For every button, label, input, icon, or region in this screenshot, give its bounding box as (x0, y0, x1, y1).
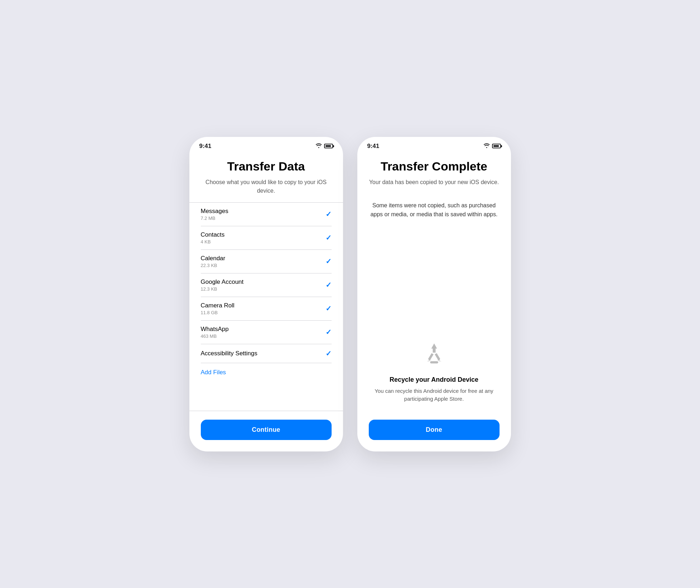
screen-1-title: Transfer Data (201, 160, 332, 173)
data-list: Messages7.2 MB✓Contacts4 KB✓Calendar22.3… (201, 203, 332, 405)
list-item[interactable]: WhatsApp463 MB✓ (201, 321, 332, 344)
item-size: 7.2 MB (201, 216, 228, 221)
screen-2-title: Transfer Complete (369, 160, 500, 173)
status-bar-1: 9:41 (189, 137, 343, 153)
screen-2-extra: Some items were not copied, such as purc… (369, 201, 500, 219)
divider-bottom (189, 411, 343, 411)
wifi-icon-2 (483, 143, 490, 149)
status-bar-2: 9:41 (357, 137, 511, 153)
status-time-2: 9:41 (367, 143, 379, 150)
item-name: Accessibility Settings (201, 350, 258, 357)
list-item[interactable]: Accessibility Settings✓ (201, 344, 332, 363)
status-icons-1 (316, 143, 333, 149)
item-size: 12.3 KB (201, 286, 244, 292)
status-time-1: 9:41 (199, 143, 212, 150)
screen-1-subtitle: Choose what you would like to copy to yo… (201, 178, 332, 195)
check-icon: ✓ (326, 257, 332, 266)
add-files-button[interactable]: Add Files (201, 363, 226, 379)
list-item[interactable]: Messages7.2 MB✓ (201, 203, 332, 226)
phone-screen-2: 9:41 Transfer Complete Your data has bee… (357, 137, 511, 451)
battery-icon-1 (324, 144, 333, 148)
list-item[interactable]: Google Account12.3 KB✓ (201, 273, 332, 297)
wifi-icon-1 (316, 143, 322, 149)
list-item[interactable]: Contacts4 KB✓ (201, 226, 332, 250)
battery-icon-2 (492, 144, 501, 148)
screen-2-subtitle: Your data has been copied to your new iO… (369, 178, 500, 187)
item-size: 463 MB (201, 333, 229, 339)
list-item[interactable]: Camera Roll11.8 GB✓ (201, 297, 332, 321)
recycle-icon-wrapper (420, 342, 448, 370)
bottom-section: Continue (201, 405, 332, 440)
status-icons-2 (483, 143, 501, 149)
check-icon: ✓ (326, 210, 332, 218)
phone-screen-1: 9:41 Transfer Data Choose what you would… (189, 137, 343, 451)
recycle-section: Recycle your Android Device You can recy… (369, 342, 500, 403)
check-icon: ✓ (326, 328, 332, 336)
check-icon: ✓ (326, 349, 332, 358)
recycle-title: Recycle your Android Device (389, 376, 478, 384)
item-size: 4 KB (201, 239, 225, 244)
item-name: WhatsApp (201, 326, 229, 333)
item-name: Calendar (201, 255, 225, 262)
continue-button[interactable]: Continue (201, 420, 332, 440)
item-size: 11.8 GB (201, 310, 234, 315)
item-name: Camera Roll (201, 302, 234, 309)
check-icon: ✓ (326, 281, 332, 289)
screen-2-body: Transfer Complete Your data has been cop… (369, 160, 500, 414)
check-icon: ✓ (326, 304, 332, 313)
check-icon: ✓ (326, 233, 332, 242)
screens-container: 9:41 Transfer Data Choose what you would… (189, 137, 511, 451)
recycle-desc: You can recycle this Android device for … (369, 387, 500, 403)
done-section: Done (369, 414, 500, 440)
item-name: Google Account (201, 278, 244, 286)
phone-1-content: Transfer Data Choose what you would like… (189, 153, 343, 451)
item-name: Contacts (201, 231, 225, 238)
phone-2-content: Transfer Complete Your data has been cop… (357, 153, 511, 451)
item-name: Messages (201, 208, 228, 215)
item-size: 22.3 KB (201, 263, 225, 268)
recycle-svg (420, 342, 448, 370)
svg-rect-0 (430, 361, 438, 363)
list-item[interactable]: Calendar22.3 KB✓ (201, 250, 332, 273)
done-button[interactable]: Done (369, 420, 500, 440)
